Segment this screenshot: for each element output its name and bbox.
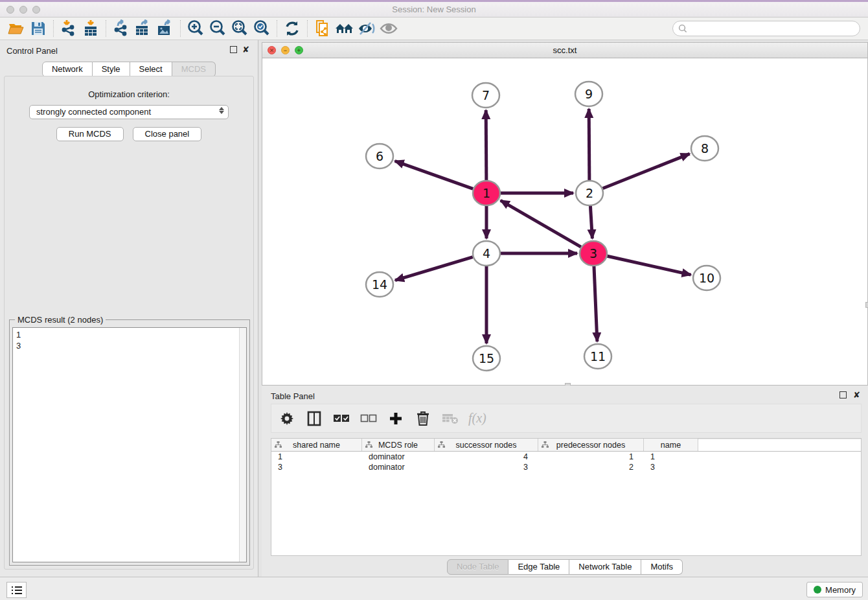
network-canvas[interactable]: 1234678910111415 bbox=[262, 58, 867, 384]
edge-2-9[interactable] bbox=[589, 109, 589, 180]
tab-edge-table[interactable]: Edge Table bbox=[508, 559, 569, 575]
tab-select[interactable]: Select bbox=[130, 62, 172, 77]
node-label: 10 bbox=[699, 271, 714, 285]
optimization-criterion-value: strongly connected component bbox=[36, 107, 151, 117]
mcds-result-group: MCDS result (2 nodes) 1 3 bbox=[9, 319, 250, 566]
edge-2-3[interactable] bbox=[590, 206, 592, 238]
network-window-titlebar[interactable]: ✕ − + scc.txt bbox=[262, 43, 867, 58]
tab-network-table[interactable]: Network Table bbox=[569, 559, 641, 575]
node-14[interactable]: 14 bbox=[366, 272, 393, 297]
delete-icon[interactable] bbox=[414, 410, 432, 428]
table-cell[interactable]: 1 bbox=[644, 452, 698, 462]
hide-panel-eye-icon[interactable] bbox=[356, 19, 378, 38]
node-3[interactable]: 3 bbox=[580, 241, 607, 266]
table-cell[interactable]: 3 bbox=[644, 462, 698, 472]
toolbar-separator bbox=[307, 20, 308, 37]
save-session-icon[interactable] bbox=[27, 19, 49, 38]
node-9[interactable]: 9 bbox=[575, 82, 602, 106]
tab-mcds[interactable]: MCDS bbox=[172, 62, 216, 77]
edge-1-7[interactable] bbox=[486, 110, 486, 180]
node-4[interactable]: 4 bbox=[473, 241, 500, 266]
home-icon[interactable] bbox=[334, 19, 356, 38]
import-network-icon[interactable] bbox=[58, 19, 80, 38]
edge-3-10[interactable] bbox=[607, 256, 691, 275]
node-2[interactable]: 2 bbox=[576, 181, 603, 205]
export-image-icon[interactable] bbox=[154, 19, 176, 38]
tab-motifs[interactable]: Motifs bbox=[641, 559, 683, 575]
float-panel-icon[interactable] bbox=[230, 46, 237, 53]
edge-3-1[interactable] bbox=[501, 200, 581, 247]
open-file-icon[interactable] bbox=[5, 19, 27, 38]
column-header-MCDS-role[interactable]: MCDS role bbox=[362, 439, 435, 451]
node-8[interactable]: 8 bbox=[691, 136, 718, 161]
settings-gear-icon[interactable] bbox=[278, 410, 296, 428]
table-toolbar: f(x) bbox=[271, 404, 862, 433]
add-column-icon[interactable] bbox=[387, 410, 405, 428]
task-history-button[interactable] bbox=[6, 582, 27, 598]
table-cell[interactable]: 4 bbox=[435, 452, 538, 462]
table-cell[interactable]: dominator bbox=[362, 462, 435, 472]
node-10[interactable]: 10 bbox=[693, 266, 720, 290]
table-panel-title: Table Panel bbox=[271, 391, 315, 401]
select-all-checkboxes-icon[interactable] bbox=[332, 410, 350, 428]
edge-2-8[interactable] bbox=[603, 154, 690, 188]
import-table-icon[interactable] bbox=[80, 19, 102, 38]
zoom-selected-icon[interactable] bbox=[251, 19, 273, 38]
node-11[interactable]: 11 bbox=[584, 344, 611, 369]
new-network-icon[interactable] bbox=[312, 19, 334, 38]
table-cell[interactable]: 3 bbox=[435, 462, 538, 472]
table-cell[interactable]: dominator bbox=[362, 452, 435, 462]
close-table-panel-icon[interactable]: ✘ bbox=[853, 390, 860, 400]
result-scrollbar[interactable] bbox=[239, 328, 246, 562]
table-row[interactable]: 1dominator411 bbox=[271, 452, 861, 462]
table-cell[interactable]: 3 bbox=[271, 462, 362, 472]
node-1[interactable]: 1 bbox=[473, 181, 500, 205]
table-cell[interactable]: 1 bbox=[538, 452, 644, 462]
refresh-icon[interactable] bbox=[281, 19, 303, 38]
show-eye-icon[interactable] bbox=[378, 19, 400, 38]
table-row[interactable]: 3dominator323 bbox=[271, 462, 861, 472]
function-builder-icon[interactable]: f(x) bbox=[468, 411, 486, 426]
mcds-tab-content: Optimization criterion: strongly connect… bbox=[4, 76, 254, 570]
columns-icon[interactable] bbox=[305, 410, 323, 428]
table-cell[interactable]: 2 bbox=[538, 462, 644, 472]
mcds-result-title: MCDS result (2 nodes) bbox=[15, 315, 106, 325]
zoom-out-icon[interactable] bbox=[207, 19, 229, 38]
export-network-icon[interactable] bbox=[110, 19, 132, 38]
column-header-name[interactable]: name bbox=[644, 439, 698, 451]
table-panel-tabs: Node TableEdge TableNetwork TableMotifs bbox=[262, 559, 868, 575]
run-mcds-button[interactable]: Run MCDS bbox=[56, 127, 124, 141]
node-6[interactable]: 6 bbox=[366, 144, 393, 168]
zoom-fit-icon[interactable] bbox=[229, 19, 251, 38]
tab-style[interactable]: Style bbox=[93, 62, 130, 77]
node-15[interactable]: 15 bbox=[473, 346, 500, 371]
node-label: 7 bbox=[482, 88, 490, 102]
memory-button[interactable]: Memory bbox=[806, 582, 863, 597]
float-table-panel-icon[interactable] bbox=[839, 391, 847, 398]
column-header-successor-nodes[interactable]: successor nodes bbox=[435, 439, 538, 451]
node-7[interactable]: 7 bbox=[472, 83, 499, 108]
search-input[interactable] bbox=[672, 21, 860, 36]
deselect-checkboxes-icon[interactable] bbox=[360, 410, 378, 428]
close-panel-icon[interactable]: ✘ bbox=[242, 45, 249, 54]
edge-4-14[interactable] bbox=[395, 257, 473, 281]
zoom-in-icon[interactable] bbox=[185, 19, 207, 38]
export-table-icon[interactable] bbox=[132, 19, 154, 38]
optimization-criterion-select[interactable]: strongly connected component bbox=[29, 105, 229, 119]
edge-3-11[interactable] bbox=[594, 266, 597, 341]
vertical-splitter-handle[interactable] bbox=[865, 302, 868, 308]
node-label: 15 bbox=[479, 351, 494, 365]
tab-node-table[interactable]: Node Table bbox=[447, 559, 509, 575]
table-cell[interactable]: 1 bbox=[271, 452, 362, 462]
delete-table-icon[interactable] bbox=[441, 410, 459, 428]
edge-1-6[interactable] bbox=[395, 161, 474, 189]
node-label: 6 bbox=[376, 149, 383, 163]
memory-label: Memory bbox=[825, 585, 856, 595]
close-panel-button[interactable]: Close panel bbox=[133, 127, 202, 141]
column-header-predecessor-nodes[interactable]: predecessor nodes bbox=[538, 439, 644, 451]
tab-network[interactable]: Network bbox=[42, 62, 93, 77]
toolbar-separator bbox=[180, 20, 181, 37]
column-header-shared-name[interactable]: shared name bbox=[271, 439, 362, 451]
node-label: 3 bbox=[589, 246, 597, 260]
node-label: 4 bbox=[483, 246, 490, 260]
